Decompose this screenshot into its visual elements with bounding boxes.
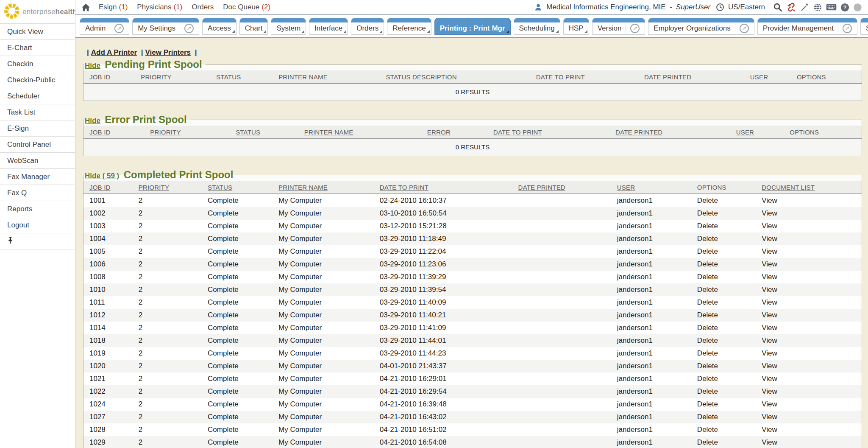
sort-link[interactable]: USER xyxy=(617,184,635,191)
delete-link[interactable]: Delete xyxy=(697,438,718,446)
tab-reference[interactable]: Reference xyxy=(387,18,431,35)
view-link[interactable]: View xyxy=(762,387,777,395)
tab-similar-exposure-groups-segs[interactable]: Similar Exposure Groups (SEGs)↗ xyxy=(860,18,868,35)
sort-link[interactable]: JOB ID xyxy=(89,129,111,136)
delete-link[interactable]: Delete xyxy=(697,362,718,370)
view-link[interactable]: View xyxy=(762,311,777,319)
sidebar-item-reports[interactable]: Reports xyxy=(0,201,75,217)
sidebar-item-fax-manager[interactable]: Fax Manager xyxy=(0,169,75,185)
delete-link[interactable]: Delete xyxy=(697,247,718,255)
tab-access[interactable]: Access xyxy=(202,18,236,35)
sidebar-item-control-panel[interactable]: Control Panel xyxy=(0,137,75,153)
sort-link[interactable]: JOB ID xyxy=(89,184,111,191)
sort-link[interactable]: ERROR xyxy=(427,129,451,136)
tab-chart[interactable]: Chart xyxy=(239,18,268,35)
delete-link[interactable]: Delete xyxy=(697,298,718,306)
sort-link[interactable]: DATE PRINTED xyxy=(644,73,691,81)
view-printers-link[interactable]: View Printers xyxy=(145,48,191,56)
sidebar-item-fax-q[interactable]: Fax Q xyxy=(0,185,75,201)
sidebar-item-webscan[interactable]: WebScan xyxy=(0,153,75,169)
delete-link[interactable]: Delete xyxy=(697,209,718,217)
view-link[interactable]: View xyxy=(762,324,777,332)
sort-link[interactable]: DATE PRINTED xyxy=(518,184,565,191)
sort-link[interactable]: PRINTER NAME xyxy=(278,73,328,81)
view-link[interactable]: View xyxy=(762,362,777,370)
tab-admin[interactable]: Admin↗ xyxy=(80,18,129,35)
delete-link[interactable]: Delete xyxy=(697,349,718,357)
view-link[interactable]: View xyxy=(762,336,777,344)
sort-link[interactable]: USER xyxy=(736,129,754,136)
tab-system[interactable]: System xyxy=(271,18,306,35)
view-link[interactable]: View xyxy=(762,196,777,204)
sort-link[interactable]: DATE TO PRINT xyxy=(493,129,542,136)
sidebar-item-scheduler[interactable]: Scheduler xyxy=(0,88,75,104)
delete-link[interactable]: Delete xyxy=(697,387,718,395)
sort-link[interactable]: USER xyxy=(750,73,768,81)
nav-orders[interactable]: Orders xyxy=(192,3,214,11)
hide-completed-link[interactable]: Hide ( 59 ) xyxy=(85,172,119,180)
view-link[interactable]: View xyxy=(762,400,777,408)
search-icon[interactable] xyxy=(773,3,782,12)
sort-link[interactable]: PRINTER NAME xyxy=(278,184,328,191)
delete-link[interactable]: Delete xyxy=(697,260,718,268)
sidebar-item-task-list[interactable]: Task List xyxy=(0,104,75,120)
wand-icon[interactable] xyxy=(800,3,810,12)
sort-link[interactable]: STATUS xyxy=(236,129,260,136)
delete-link[interactable]: Delete xyxy=(697,324,718,332)
sort-link[interactable]: PRIORITY xyxy=(139,184,169,191)
view-link[interactable]: View xyxy=(762,375,777,383)
sort-link[interactable]: STATUS xyxy=(208,184,232,191)
sort-link[interactable]: PRIORITY xyxy=(150,129,181,136)
sort-link[interactable]: PRIORITY xyxy=(141,73,171,81)
view-link[interactable]: View xyxy=(762,438,777,446)
sort-link[interactable]: DATE PRINTED xyxy=(615,129,662,136)
sort-link[interactable]: DATE TO PRINT xyxy=(380,184,428,191)
view-link[interactable]: View xyxy=(762,286,777,294)
view-link[interactable]: View xyxy=(762,426,777,434)
nav-physicians[interactable]: Physicians(1) xyxy=(137,3,182,11)
delete-link[interactable]: Delete xyxy=(697,286,718,294)
sort-link[interactable]: STATUS xyxy=(216,73,241,81)
hide-error-link[interactable]: Hide xyxy=(85,117,100,125)
view-link[interactable]: View xyxy=(762,413,777,421)
sort-link[interactable]: DATE TO PRINT xyxy=(536,73,585,81)
sort-link[interactable]: PRINTER NAME xyxy=(304,129,353,136)
delete-link[interactable]: Delete xyxy=(697,400,718,408)
sidebar-item-checkin[interactable]: Checkin xyxy=(0,56,75,72)
hide-pending-link[interactable]: Hide xyxy=(85,62,100,70)
globe-icon[interactable] xyxy=(813,3,822,12)
add-a-printer-link[interactable]: Add A Printer xyxy=(91,48,137,56)
tab-printing-print-mgr[interactable]: Printing : Print Mgr xyxy=(434,18,511,35)
external-link-icon[interactable]: ↗ xyxy=(630,24,640,33)
tab-provider-management[interactable]: Provider Management↗ xyxy=(757,18,857,35)
sort-link[interactable]: DOCUMENT LIST xyxy=(762,184,815,191)
view-link[interactable]: View xyxy=(762,222,777,230)
tab-version[interactable]: Version↗ xyxy=(592,18,645,35)
tab-interface[interactable]: Interface xyxy=(309,18,348,35)
view-link[interactable]: View xyxy=(762,349,777,357)
view-link[interactable]: View xyxy=(762,247,777,255)
delete-link[interactable]: Delete xyxy=(697,336,718,344)
delete-link[interactable]: Delete xyxy=(697,273,718,281)
sidebar-item-checkin-public[interactable]: Checkin-Public xyxy=(0,72,75,88)
delete-link[interactable]: Delete xyxy=(697,222,718,230)
nav-esign[interactable]: Esign(1) xyxy=(99,3,128,11)
sidebar-pin-button[interactable] xyxy=(0,233,75,249)
keyboard-icon[interactable] xyxy=(826,3,837,11)
sidebar-item-logout[interactable]: Logout xyxy=(0,217,75,233)
view-link[interactable]: View xyxy=(762,235,777,243)
view-link[interactable]: View xyxy=(762,298,777,306)
home-icon[interactable] xyxy=(81,3,90,11)
external-link-icon[interactable]: ↗ xyxy=(843,24,852,33)
broken-link-icon[interactable] xyxy=(786,3,796,12)
sidebar-item-e-sign[interactable]: E-Sign xyxy=(0,120,75,137)
sort-link[interactable]: JOB ID xyxy=(89,73,111,81)
external-link-icon[interactable]: ↗ xyxy=(114,24,124,33)
tab-orders[interactable]: Orders xyxy=(351,18,384,35)
external-link-icon[interactable]: ↗ xyxy=(740,24,749,33)
delete-link[interactable]: Delete xyxy=(697,375,718,383)
tab-hsp[interactable]: HSP xyxy=(563,18,589,35)
nav-doc-queue[interactable]: Doc Queue(2) xyxy=(223,3,270,11)
delete-link[interactable]: Delete xyxy=(697,196,718,204)
external-link-icon[interactable]: ↗ xyxy=(184,24,194,33)
